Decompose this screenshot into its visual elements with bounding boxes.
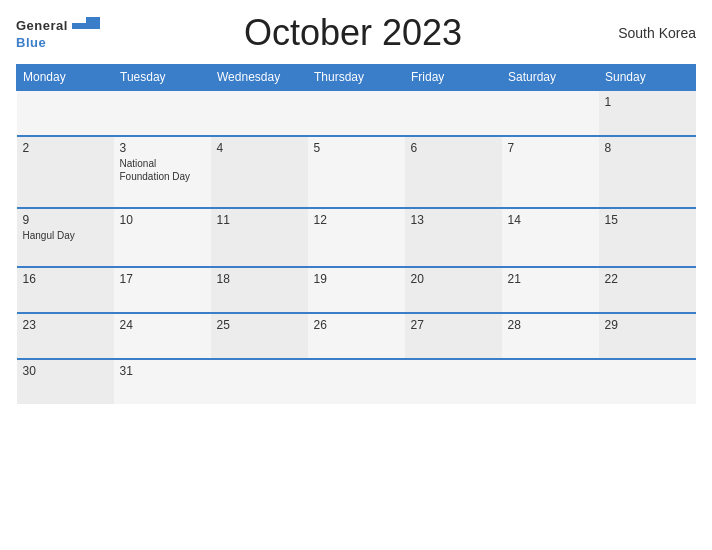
- day-number: 2: [23, 141, 108, 155]
- calendar-cell: 30: [17, 359, 114, 404]
- event-label: National Foundation Day: [120, 157, 205, 183]
- day-number: 4: [217, 141, 302, 155]
- day-number: 10: [120, 213, 205, 227]
- calendar-cell: 5: [308, 136, 405, 208]
- calendar-cell: [599, 359, 696, 404]
- calendar-cell: 7: [502, 136, 599, 208]
- svg-rect-1: [72, 23, 100, 29]
- day-number: 28: [508, 318, 593, 332]
- calendar-cell: 1: [599, 90, 696, 136]
- calendar-cell: 11: [211, 208, 308, 267]
- calendar-cell: 19: [308, 267, 405, 313]
- logo-flag-icon: [72, 17, 100, 35]
- calendar-cell: [405, 359, 502, 404]
- day-number: 11: [217, 213, 302, 227]
- calendar-cell: 31: [114, 359, 211, 404]
- day-number: 27: [411, 318, 496, 332]
- calendar-cell: [308, 90, 405, 136]
- calendar-cell: [114, 90, 211, 136]
- calendar-cell: 26: [308, 313, 405, 359]
- calendar-cell: 16: [17, 267, 114, 313]
- calendar-cell: 13: [405, 208, 502, 267]
- day-number: 24: [120, 318, 205, 332]
- calendar-cell: 28: [502, 313, 599, 359]
- calendar-cell: 12: [308, 208, 405, 267]
- calendar-cell: 22: [599, 267, 696, 313]
- day-number: 18: [217, 272, 302, 286]
- calendar-cell: [405, 90, 502, 136]
- calendar-cell: 3National Foundation Day: [114, 136, 211, 208]
- day-number: 31: [120, 364, 205, 378]
- day-number: 17: [120, 272, 205, 286]
- calendar-cell: 2: [17, 136, 114, 208]
- calendar-cell: 15: [599, 208, 696, 267]
- weekday-header-monday: Monday: [17, 65, 114, 91]
- day-number: 6: [411, 141, 496, 155]
- calendar-cell: 14: [502, 208, 599, 267]
- day-number: 7: [508, 141, 593, 155]
- calendar-cell: [502, 90, 599, 136]
- day-number: 25: [217, 318, 302, 332]
- day-number: 22: [605, 272, 690, 286]
- day-number: 15: [605, 213, 690, 227]
- svg-marker-2: [86, 17, 100, 23]
- day-number: 20: [411, 272, 496, 286]
- calendar-table: MondayTuesdayWednesdayThursdayFridaySatu…: [16, 64, 696, 404]
- day-number: 21: [508, 272, 593, 286]
- day-number: 26: [314, 318, 399, 332]
- calendar-header: General Blue October 2023 South Korea: [16, 12, 696, 54]
- calendar-cell: 6: [405, 136, 502, 208]
- weekday-header-saturday: Saturday: [502, 65, 599, 91]
- calendar-cell: 25: [211, 313, 308, 359]
- day-number: 1: [605, 95, 690, 109]
- calendar-cell: [211, 359, 308, 404]
- calendar-week-row: 23242526272829: [17, 313, 696, 359]
- calendar-cell: 4: [211, 136, 308, 208]
- calendar-cell: [308, 359, 405, 404]
- day-number: 3: [120, 141, 205, 155]
- weekday-header-tuesday: Tuesday: [114, 65, 211, 91]
- weekday-header-sunday: Sunday: [599, 65, 696, 91]
- day-number: 13: [411, 213, 496, 227]
- country-label: South Korea: [606, 25, 696, 41]
- calendar-week-row: 23National Foundation Day45678: [17, 136, 696, 208]
- calendar-week-row: 1: [17, 90, 696, 136]
- weekday-header-row: MondayTuesdayWednesdayThursdayFridaySatu…: [17, 65, 696, 91]
- calendar-week-row: 9Hangul Day101112131415: [17, 208, 696, 267]
- calendar-cell: [17, 90, 114, 136]
- calendar-cell: 29: [599, 313, 696, 359]
- weekday-header-friday: Friday: [405, 65, 502, 91]
- calendar-cell: 20: [405, 267, 502, 313]
- day-number: 29: [605, 318, 690, 332]
- logo-blue-text: Blue: [16, 35, 46, 50]
- day-number: 16: [23, 272, 108, 286]
- calendar-cell: 24: [114, 313, 211, 359]
- month-title: October 2023: [100, 12, 606, 54]
- calendar-cell: [502, 359, 599, 404]
- calendar-page: General Blue October 2023 South Korea Mo…: [0, 0, 712, 550]
- weekday-header-wednesday: Wednesday: [211, 65, 308, 91]
- day-number: 9: [23, 213, 108, 227]
- calendar-cell: 17: [114, 267, 211, 313]
- logo: General Blue: [16, 17, 100, 50]
- logo-general-text: General: [16, 18, 68, 33]
- calendar-cell: 18: [211, 267, 308, 313]
- day-number: 8: [605, 141, 690, 155]
- day-number: 12: [314, 213, 399, 227]
- calendar-cell: 9Hangul Day: [17, 208, 114, 267]
- calendar-cell: [211, 90, 308, 136]
- calendar-cell: 10: [114, 208, 211, 267]
- day-number: 5: [314, 141, 399, 155]
- calendar-cell: 23: [17, 313, 114, 359]
- calendar-week-row: 16171819202122: [17, 267, 696, 313]
- calendar-week-row: 3031: [17, 359, 696, 404]
- calendar-cell: 27: [405, 313, 502, 359]
- day-number: 23: [23, 318, 108, 332]
- day-number: 30: [23, 364, 108, 378]
- weekday-header-thursday: Thursday: [308, 65, 405, 91]
- day-number: 14: [508, 213, 593, 227]
- event-label: Hangul Day: [23, 229, 108, 242]
- calendar-cell: 8: [599, 136, 696, 208]
- day-number: 19: [314, 272, 399, 286]
- calendar-cell: 21: [502, 267, 599, 313]
